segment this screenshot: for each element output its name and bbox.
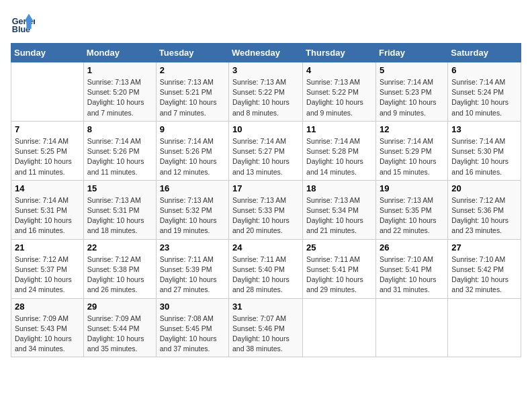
calendar-table: SundayMondayTuesdayWednesdayThursdayFrid… xyxy=(11,43,521,357)
day-info: Sunrise: 7:13 AM Sunset: 5:35 PM Dayligh… xyxy=(380,195,444,236)
day-info: Sunrise: 7:12 AM Sunset: 5:37 PM Dayligh… xyxy=(15,255,80,295)
day-number: 3 xyxy=(232,65,299,75)
calendar-cell: 23Sunrise: 7:11 AM Sunset: 5:39 PM Dayli… xyxy=(156,239,228,298)
calendar-cell: 1Sunrise: 7:13 AM Sunset: 5:20 PM Daylig… xyxy=(83,62,156,122)
day-info: Sunrise: 7:14 AM Sunset: 5:27 PM Dayligh… xyxy=(232,136,299,177)
col-header-monday: Monday xyxy=(83,44,156,62)
day-info: Sunrise: 7:10 AM Sunset: 5:42 PM Dayligh… xyxy=(451,255,517,295)
day-info: Sunrise: 7:11 AM Sunset: 5:40 PM Dayligh… xyxy=(232,255,299,295)
day-info: Sunrise: 7:13 AM Sunset: 5:34 PM Dayligh… xyxy=(306,195,372,236)
day-number: 6 xyxy=(451,65,517,75)
calendar-cell: 28Sunrise: 7:09 AM Sunset: 5:43 PM Dayli… xyxy=(11,298,84,357)
calendar-cell: 29Sunrise: 7:09 AM Sunset: 5:44 PM Dayli… xyxy=(83,298,156,357)
day-number: 11 xyxy=(306,124,372,134)
calendar-cell: 31Sunrise: 7:07 AM Sunset: 5:46 PM Dayli… xyxy=(229,298,303,357)
calendar-cell: 22Sunrise: 7:12 AM Sunset: 5:38 PM Dayli… xyxy=(83,239,156,298)
day-info: Sunrise: 7:14 AM Sunset: 5:29 PM Dayligh… xyxy=(380,136,444,177)
calendar-cell: 9Sunrise: 7:14 AM Sunset: 5:26 PM Daylig… xyxy=(156,121,228,180)
day-number: 16 xyxy=(160,183,225,193)
day-info: Sunrise: 7:11 AM Sunset: 5:39 PM Dayligh… xyxy=(160,255,225,295)
col-header-sunday: Sunday xyxy=(11,44,84,62)
day-number: 13 xyxy=(451,124,517,134)
day-info: Sunrise: 7:14 AM Sunset: 5:23 PM Dayligh… xyxy=(380,77,444,118)
day-number: 12 xyxy=(380,124,444,134)
day-number: 9 xyxy=(160,124,225,134)
calendar-cell: 6Sunrise: 7:14 AM Sunset: 5:24 PM Daylig… xyxy=(448,62,521,122)
day-info: Sunrise: 7:07 AM Sunset: 5:46 PM Dayligh… xyxy=(232,314,299,355)
calendar-week-row: 7Sunrise: 7:14 AM Sunset: 5:25 PM Daylig… xyxy=(11,121,521,180)
day-info: Sunrise: 7:09 AM Sunset: 5:43 PM Dayligh… xyxy=(15,314,80,355)
calendar-cell: 8Sunrise: 7:14 AM Sunset: 5:26 PM Daylig… xyxy=(83,121,156,180)
calendar-cell: 7Sunrise: 7:14 AM Sunset: 5:25 PM Daylig… xyxy=(11,121,84,180)
day-number: 29 xyxy=(87,302,152,312)
day-info: Sunrise: 7:12 AM Sunset: 5:36 PM Dayligh… xyxy=(451,195,517,236)
calendar-cell: 27Sunrise: 7:10 AM Sunset: 5:42 PM Dayli… xyxy=(448,239,521,298)
col-header-thursday: Thursday xyxy=(303,44,376,62)
calendar-cell: 15Sunrise: 7:13 AM Sunset: 5:31 PM Dayli… xyxy=(83,180,156,239)
day-number: 24 xyxy=(232,242,299,253)
day-info: Sunrise: 7:13 AM Sunset: 5:22 PM Dayligh… xyxy=(232,77,299,118)
day-number: 28 xyxy=(15,302,80,312)
day-info: Sunrise: 7:13 AM Sunset: 5:22 PM Dayligh… xyxy=(306,77,372,118)
calendar-cell: 4Sunrise: 7:13 AM Sunset: 5:22 PM Daylig… xyxy=(303,62,376,122)
day-number: 18 xyxy=(306,183,372,193)
day-info: Sunrise: 7:09 AM Sunset: 5:44 PM Dayligh… xyxy=(87,314,152,355)
calendar-cell: 16Sunrise: 7:13 AM Sunset: 5:32 PM Dayli… xyxy=(156,180,228,239)
day-number: 26 xyxy=(380,242,444,253)
day-info: Sunrise: 7:13 AM Sunset: 5:33 PM Dayligh… xyxy=(232,195,299,236)
calendar-cell: 2Sunrise: 7:13 AM Sunset: 5:21 PM Daylig… xyxy=(156,62,228,122)
page-header: General Blue xyxy=(11,11,521,35)
day-number: 2 xyxy=(160,65,225,75)
logo: General Blue xyxy=(11,11,38,35)
day-number: 15 xyxy=(87,183,152,193)
day-number: 23 xyxy=(160,242,225,253)
calendar-cell: 14Sunrise: 7:14 AM Sunset: 5:31 PM Dayli… xyxy=(11,180,84,239)
col-header-friday: Friday xyxy=(375,44,447,62)
col-header-saturday: Saturday xyxy=(448,44,521,62)
day-number: 1 xyxy=(87,65,152,75)
calendar-cell: 5Sunrise: 7:14 AM Sunset: 5:23 PM Daylig… xyxy=(375,62,447,122)
day-info: Sunrise: 7:12 AM Sunset: 5:38 PM Dayligh… xyxy=(87,255,152,295)
calendar-cell xyxy=(448,298,521,357)
calendar-cell: 18Sunrise: 7:13 AM Sunset: 5:34 PM Dayli… xyxy=(303,180,376,239)
day-number: 7 xyxy=(15,124,80,134)
calendar-cell: 17Sunrise: 7:13 AM Sunset: 5:33 PM Dayli… xyxy=(229,180,303,239)
calendar-week-row: 21Sunrise: 7:12 AM Sunset: 5:37 PM Dayli… xyxy=(11,239,521,298)
day-info: Sunrise: 7:14 AM Sunset: 5:24 PM Dayligh… xyxy=(451,77,517,118)
day-number: 31 xyxy=(232,302,299,312)
calendar-cell xyxy=(303,298,376,357)
day-number: 8 xyxy=(87,124,152,134)
calendar-cell xyxy=(11,62,84,122)
day-info: Sunrise: 7:08 AM Sunset: 5:45 PM Dayligh… xyxy=(160,314,225,355)
col-header-wednesday: Wednesday xyxy=(229,44,303,62)
day-info: Sunrise: 7:13 AM Sunset: 5:32 PM Dayligh… xyxy=(160,195,225,236)
calendar-cell: 26Sunrise: 7:10 AM Sunset: 5:41 PM Dayli… xyxy=(375,239,447,298)
calendar-cell: 12Sunrise: 7:14 AM Sunset: 5:29 PM Dayli… xyxy=(375,121,447,180)
day-number: 25 xyxy=(306,242,372,253)
day-info: Sunrise: 7:13 AM Sunset: 5:21 PM Dayligh… xyxy=(160,77,225,118)
calendar-week-row: 14Sunrise: 7:14 AM Sunset: 5:31 PM Dayli… xyxy=(11,180,521,239)
day-number: 19 xyxy=(380,183,444,193)
day-number: 5 xyxy=(380,65,444,75)
day-number: 10 xyxy=(232,124,299,134)
logo-icon: General Blue xyxy=(11,11,35,35)
day-info: Sunrise: 7:10 AM Sunset: 5:41 PM Dayligh… xyxy=(380,255,444,295)
day-number: 14 xyxy=(15,183,80,193)
calendar-cell: 24Sunrise: 7:11 AM Sunset: 5:40 PM Dayli… xyxy=(229,239,303,298)
day-info: Sunrise: 7:14 AM Sunset: 5:26 PM Dayligh… xyxy=(160,136,225,177)
calendar-cell: 13Sunrise: 7:14 AM Sunset: 5:30 PM Dayli… xyxy=(448,121,521,180)
calendar-week-row: 1Sunrise: 7:13 AM Sunset: 5:20 PM Daylig… xyxy=(11,62,521,122)
day-info: Sunrise: 7:14 AM Sunset: 5:31 PM Dayligh… xyxy=(15,195,80,236)
calendar-cell: 3Sunrise: 7:13 AM Sunset: 5:22 PM Daylig… xyxy=(229,62,303,122)
calendar-week-row: 28Sunrise: 7:09 AM Sunset: 5:43 PM Dayli… xyxy=(11,298,521,357)
day-number: 27 xyxy=(451,242,517,253)
calendar-cell: 20Sunrise: 7:12 AM Sunset: 5:36 PM Dayli… xyxy=(448,180,521,239)
day-info: Sunrise: 7:14 AM Sunset: 5:26 PM Dayligh… xyxy=(87,136,152,177)
calendar-cell: 25Sunrise: 7:11 AM Sunset: 5:41 PM Dayli… xyxy=(303,239,376,298)
day-number: 21 xyxy=(15,242,80,253)
calendar-cell: 19Sunrise: 7:13 AM Sunset: 5:35 PM Dayli… xyxy=(375,180,447,239)
calendar-header-row: SundayMondayTuesdayWednesdayThursdayFrid… xyxy=(11,44,521,62)
day-number: 4 xyxy=(306,65,372,75)
calendar-cell: 21Sunrise: 7:12 AM Sunset: 5:37 PM Dayli… xyxy=(11,239,84,298)
day-info: Sunrise: 7:14 AM Sunset: 5:25 PM Dayligh… xyxy=(15,136,80,177)
